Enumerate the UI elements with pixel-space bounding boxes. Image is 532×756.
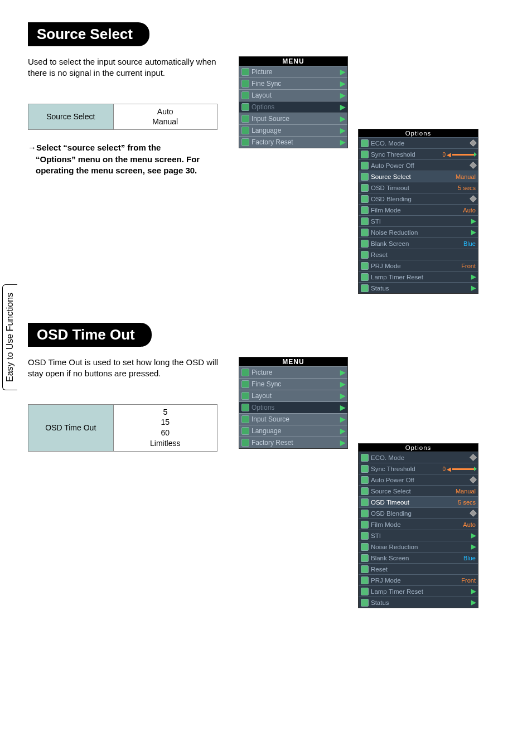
menu-item-icon [241, 392, 249, 400]
chevron-right-icon: ▶ [340, 404, 345, 411]
options-item-value: ▶ [471, 273, 476, 280]
options-item[interactable]: STI▶ [359, 530, 478, 541]
options-item-value: Front [461, 263, 476, 269]
options-item[interactable]: OSD Blending [359, 193, 478, 204]
options-item[interactable]: Status▶ [359, 282, 478, 293]
menu-item[interactable]: Factory Reset▶ [239, 136, 347, 148]
menu-item-label: Layout [252, 91, 272, 99]
options-item[interactable]: Lamp Timer Reset▶ [359, 585, 478, 597]
menu-item-label: Input Source [252, 415, 289, 423]
menu-item-label: Options [252, 404, 274, 411]
options-item-icon [361, 454, 369, 462]
arrow-right-glyph: → [28, 143, 36, 152]
section1-param-values: Auto Manual [113, 104, 217, 130]
options-item-label: Blank Screen [371, 240, 409, 247]
options-item[interactable]: Sync Threshold0◀ [359, 148, 478, 159]
options-item-label: Sync Threshold [371, 466, 415, 472]
options-item-icon [361, 273, 369, 281]
menu-item-icon [241, 68, 249, 76]
options-item-label: Reset [371, 566, 388, 573]
options-item-value: ▶ [471, 588, 476, 595]
menu-item[interactable]: Options▶ [239, 101, 347, 113]
options-item-label: Noise Reduction [371, 544, 418, 550]
menu-item[interactable]: Layout▶ [239, 89, 347, 101]
options-item-icon [361, 521, 369, 529]
options-item[interactable]: ECO. Mode [359, 452, 478, 463]
options-item-value: Manual [456, 173, 476, 180]
options-item[interactable]: Sync Threshold0◀ [359, 463, 478, 474]
menu-item[interactable]: Picture▶ [239, 366, 347, 378]
menu-item[interactable]: Language▶ [239, 425, 347, 437]
options-item[interactable]: OSD Timeout5 secs [359, 496, 478, 507]
chevron-right-icon: ▶ [340, 103, 345, 111]
options-item[interactable]: OSD Blending [359, 507, 478, 518]
options-item[interactable]: Film ModeAuto [359, 204, 478, 215]
options-item[interactable]: Blank ScreenBlue [359, 552, 478, 563]
options-item-icon [361, 588, 369, 595]
options-item[interactable]: Reset [359, 249, 478, 260]
options-item-icon [361, 217, 369, 225]
options-item[interactable]: PRJ ModeFront [359, 574, 478, 585]
menu-item[interactable]: Fine Sync▶ [239, 378, 347, 390]
chevron-right-icon: ▶ [340, 392, 345, 400]
options-item-icon [361, 251, 369, 259]
menu-item-label: Fine Sync [252, 80, 281, 88]
options-item-label: Status [371, 285, 389, 292]
menu-panel-2: MENU Picture▶Fine Sync▶Layout▶Options▶In… [239, 357, 348, 449]
options-item[interactable]: Blank ScreenBlue [359, 238, 478, 249]
chevron-right-icon: ▶ [340, 369, 345, 376]
menu-item[interactable]: Layout▶ [239, 390, 347, 401]
menu-item-icon [241, 91, 249, 99]
options-item[interactable]: Reset [359, 563, 478, 574]
chevron-right-icon: ▶ [340, 415, 345, 423]
options-item-label: Noise Reduction [371, 229, 418, 236]
options-item[interactable]: ECO. Mode [359, 137, 478, 148]
options-item[interactable]: Source SelectManual [359, 485, 478, 496]
options-item[interactable]: Status▶ [359, 597, 478, 608]
menu-item-label: Fine Sync [252, 380, 281, 388]
options-item[interactable]: Auto Power Off [359, 159, 478, 171]
options-item[interactable]: STI▶ [359, 215, 478, 226]
options-item[interactable]: Film ModeAuto [359, 518, 478, 530]
menu-item-label: Picture [252, 369, 272, 376]
section2-param-label: OSD Time Out [28, 404, 114, 452]
options-item-icon [361, 487, 369, 495]
options-item-value [471, 510, 476, 517]
options-item[interactable]: Source SelectManual [359, 171, 478, 182]
options-item-value: Auto [463, 521, 476, 528]
menu-item-label: Options [252, 103, 274, 111]
options-item[interactable]: Auto Power Off [359, 474, 478, 485]
menu-item-icon [241, 115, 249, 123]
section1-title: Source Select [28, 22, 149, 46]
chevron-right-icon: ▶ [340, 138, 345, 146]
options-item-value: Blue [463, 240, 476, 247]
options-item-value: 5 secs [458, 499, 476, 506]
menu-item[interactable]: Input Source▶ [239, 113, 347, 124]
menu-item[interactable]: Language▶ [239, 124, 347, 136]
options-item-label: ECO. Mode [371, 140, 404, 147]
options-item-icon [361, 476, 369, 484]
options-item[interactable]: Noise Reduction▶ [359, 541, 478, 552]
menu-item[interactable]: Input Source▶ [239, 413, 347, 425]
section1-instruction: →Select “source select” from the “Option… [28, 142, 229, 176]
options-item-label: OSD Timeout [371, 499, 409, 506]
options-item-icon [361, 240, 369, 248]
options-panel-2: Options ECO. ModeSync Threshold0◀Auto Po… [358, 443, 478, 608]
options-item[interactable]: OSD Timeout5 secs [359, 182, 478, 193]
menu-item-label: Factory Reset [252, 439, 293, 447]
menu-item[interactable]: Picture▶ [239, 66, 347, 77]
chevron-right-icon: ▶ [340, 427, 345, 435]
options-item[interactable]: Noise Reduction▶ [359, 226, 478, 238]
options-item-icon [361, 554, 369, 562]
menu-item[interactable]: Options▶ [239, 401, 347, 413]
chevron-right-icon: ▶ [340, 68, 345, 76]
options-item-label: Source Select [371, 488, 411, 495]
menu-item[interactable]: Factory Reset▶ [239, 437, 347, 448]
options-title-2: Options [359, 444, 478, 452]
options-item-icon [361, 510, 369, 517]
options-item[interactable]: PRJ ModeFront [359, 260, 478, 271]
options-item-value: ▶ [471, 599, 476, 606]
menu-item[interactable]: Fine Sync▶ [239, 77, 347, 89]
options-item[interactable]: Lamp Timer Reset▶ [359, 271, 478, 282]
options-panel-1: Options ECO. ModeSync Threshold0◀Auto Po… [358, 129, 478, 294]
